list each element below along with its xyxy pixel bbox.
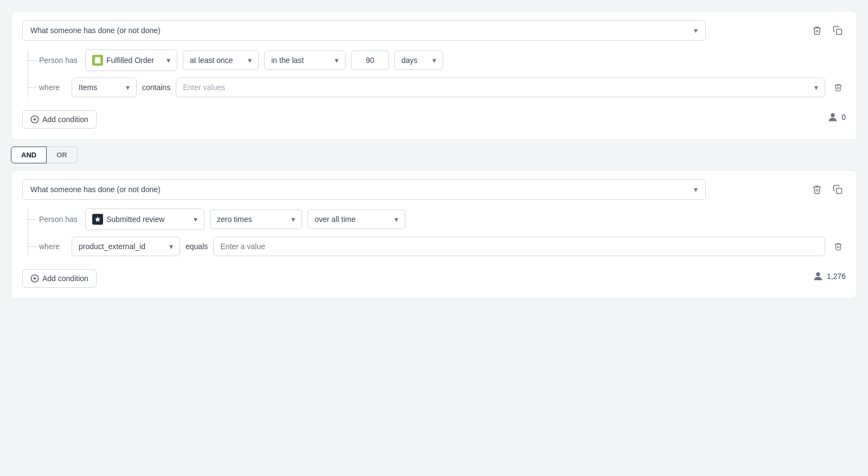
add-condition-plus-icon-1 [30, 115, 39, 124]
block-1-rows: Person has Fulfilled Order ▾ at least on [28, 49, 846, 97]
block-2-person-row: Person has Submitted review ▾ zero times… [39, 208, 846, 230]
add-condition-plus-icon-2 [30, 274, 39, 283]
days-chevron-icon: ▾ [432, 56, 436, 65]
block-1-person-count: 0 [827, 111, 846, 123]
frequency-chevron-icon: ▾ [248, 56, 252, 65]
block-1-frequency-dropdown[interactable]: at least once ▾ [183, 50, 259, 70]
block-1-days-label: days [401, 56, 418, 65]
freq2-chevron-icon: ▾ [291, 215, 295, 224]
svg-point-5 [831, 113, 835, 117]
block-1-type-label: What someone has done (or not done) [30, 26, 161, 35]
star-icon [94, 216, 101, 223]
block-2-event-dropdown[interactable]: Submitted review ▾ [85, 208, 205, 230]
block-2-value-input[interactable] [213, 237, 825, 256]
block-2-event-label: Submitted review [106, 215, 164, 224]
block-2-actions [809, 181, 846, 198]
block-1-type-dropdown[interactable]: What someone has done (or not done) ▾ [22, 20, 706, 41]
block-2-rows: Person has Submitted review ▾ zero times… [28, 208, 846, 256]
block-1-add-condition-button[interactable]: Add condition [22, 110, 97, 129]
fulfilled-chevron-icon: ▾ [167, 56, 170, 65]
trash-icon-2 [812, 185, 822, 194]
event-icon-label: Submitted review [92, 214, 164, 225]
review-icon [92, 214, 103, 225]
time2-chevron-icon: ▾ [394, 215, 398, 224]
block-2-field-label: product_external_id [79, 242, 145, 251]
field-chevron-icon: ▾ [169, 242, 173, 251]
or-button[interactable]: OR [47, 147, 78, 163]
svg-rect-6 [837, 188, 842, 194]
block-1-header: What someone has done (or not done) ▾ [22, 20, 846, 41]
block-2-time-range-label: over all time [315, 215, 355, 224]
block-2-copy-button[interactable] [829, 181, 846, 198]
svg-marker-7 [95, 217, 100, 222]
block-2-header: What someone has done (or not done) ▾ [22, 179, 846, 200]
svg-point-11 [816, 272, 820, 276]
block-2-type-label: What someone has done (or not done) [30, 185, 161, 194]
block-1-footer: Add condition 0 [22, 106, 846, 129]
block-1-values-dropdown[interactable]: Enter values ▾ [176, 78, 825, 97]
person-count-icon-1 [827, 111, 839, 123]
and-or-toggle: AND OR [11, 147, 857, 163]
block-2-person-has-label: Person has [39, 215, 80, 224]
condition-block-1: What someone has done (or not done) ▾ [11, 11, 857, 140]
values-chevron-icon: ▾ [814, 83, 818, 92]
block-1-copy-button[interactable] [829, 22, 846, 39]
block-1-values-placeholder: Enter values [183, 83, 225, 92]
trash-icon [812, 26, 822, 35]
condition-block-2: What someone has done (or not done) ▾ [11, 170, 857, 299]
block-1-operator-label: contains [142, 83, 170, 92]
event-chevron-icon: ▾ [194, 215, 197, 224]
block-1-delete-button[interactable] [809, 22, 825, 39]
block-2-time-range-dropdown[interactable]: over all time ▾ [308, 210, 405, 229]
block-2-add-condition-button[interactable]: Add condition [22, 269, 97, 288]
block-2-where-label: where [39, 242, 66, 251]
block-1-days-input[interactable] [351, 50, 389, 70]
where-trash-icon-2 [834, 242, 843, 251]
copy-icon-2 [833, 185, 843, 194]
block-1-fulfilled-dropdown[interactable]: Fulfilled Order ▾ [85, 49, 177, 71]
svg-rect-0 [837, 29, 842, 35]
block-1-items-dropdown[interactable]: Items ▾ [72, 78, 137, 97]
block-1-time-range-label: in the last [271, 56, 304, 65]
block-2-add-condition-label: Add condition [42, 274, 88, 283]
copy-icon [833, 26, 843, 35]
block-2-person-count: 1,276 [812, 270, 846, 282]
block-2-operator-label: equals [186, 242, 208, 251]
block-2-chevron-icon: ▾ [694, 185, 698, 194]
items-chevron-icon: ▾ [126, 83, 130, 92]
fulfilled-icon-label: Fulfilled Order [92, 55, 154, 66]
block-2-delete-button[interactable] [809, 181, 825, 198]
person-count-icon-2 [812, 270, 824, 282]
block-2-field-dropdown[interactable]: product_external_id ▾ [72, 237, 180, 256]
block-1-person-has-label: Person has [39, 56, 80, 65]
block-1-where-label: where [39, 83, 66, 92]
block-2-frequency-dropdown[interactable]: zero times ▾ [210, 210, 302, 229]
block-1-time-range-dropdown[interactable]: in the last ▾ [264, 50, 346, 70]
block-1-add-condition-label: Add condition [42, 115, 88, 124]
block-1-frequency-label: at least once [190, 56, 233, 65]
block-1-fulfilled-label: Fulfilled Order [106, 56, 154, 65]
block-1-person-row: Person has Fulfilled Order ▾ at least on [39, 49, 846, 71]
block-1-where-delete-button[interactable] [831, 80, 846, 95]
block-1-where-row: where Items ▾ contains Enter values ▾ [39, 78, 846, 97]
and-button[interactable]: AND [11, 147, 47, 163]
time-range-chevron-icon: ▾ [335, 56, 339, 65]
block-1-count-label: 0 [841, 113, 846, 122]
where-trash-icon [834, 83, 843, 92]
shopify-bag-icon [92, 55, 103, 66]
block-2-frequency-label: zero times [217, 215, 252, 224]
bag-icon [94, 56, 101, 64]
block-1-actions [809, 22, 846, 39]
block-2-count-label: 1,276 [827, 272, 846, 281]
block-2-where-row: where product_external_id ▾ equals [39, 237, 846, 256]
block-1-chevron-icon: ▾ [694, 26, 698, 35]
block-2-where-delete-button[interactable] [831, 239, 846, 254]
block-2-type-dropdown[interactable]: What someone has done (or not done) ▾ [22, 179, 706, 200]
block-2-footer: Add condition 1,276 [22, 265, 846, 288]
block-1-items-label: Items [79, 83, 97, 92]
block-1-days-dropdown[interactable]: days ▾ [394, 50, 443, 70]
